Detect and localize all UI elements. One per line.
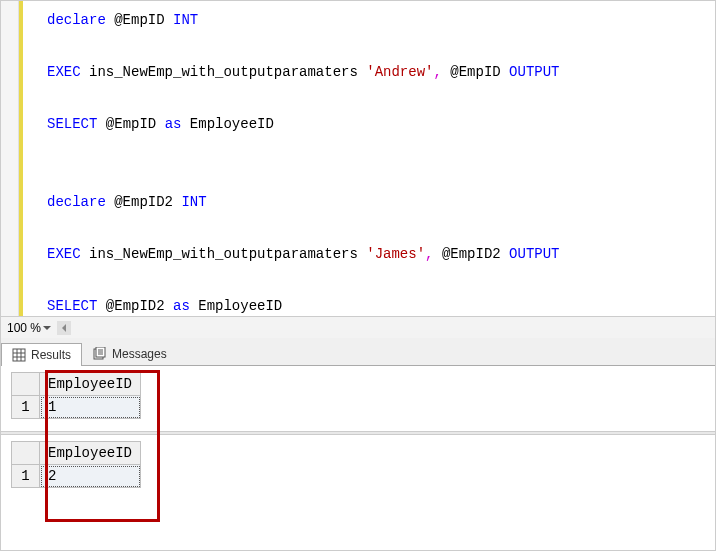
- grid-corner[interactable]: [12, 373, 40, 396]
- svg-rect-0: [13, 349, 25, 361]
- chevron-down-icon: [43, 326, 51, 330]
- messages-icon: [93, 347, 107, 361]
- scroll-left-button[interactable]: [57, 321, 71, 335]
- cell[interactable]: 1: [40, 396, 141, 419]
- grid-separator: [1, 431, 715, 435]
- grid-corner[interactable]: [12, 442, 40, 465]
- cell[interactable]: 2: [40, 465, 141, 488]
- result-grid-1: EmployeeID 1 1: [11, 372, 141, 419]
- table-row: 1 2: [12, 465, 141, 488]
- tab-messages[interactable]: Messages: [82, 342, 178, 365]
- row-header[interactable]: 1: [12, 465, 40, 488]
- result-grid-2: EmployeeID 1 2: [11, 441, 141, 488]
- zoom-bar: 100 %: [1, 316, 715, 338]
- grid-icon: [12, 348, 26, 362]
- zoom-level: 100 %: [7, 321, 41, 335]
- row-header[interactable]: 1: [12, 396, 40, 419]
- column-header[interactable]: EmployeeID: [40, 373, 141, 396]
- editor-gutter: [1, 1, 19, 316]
- tab-results[interactable]: Results: [1, 343, 82, 366]
- results-tabs: Results Messages: [1, 338, 715, 366]
- sql-editor: declare @EmpID INT EXEC ins_NewEmp_with_…: [1, 1, 715, 316]
- tab-results-label: Results: [31, 348, 71, 362]
- tab-messages-label: Messages: [112, 347, 167, 361]
- results-panel: EmployeeID 1 1 EmployeeID 1 2: [1, 366, 715, 488]
- code-area[interactable]: declare @EmpID INT EXEC ins_NewEmp_with_…: [23, 1, 715, 316]
- zoom-dropdown[interactable]: 100 %: [5, 321, 53, 335]
- column-header[interactable]: EmployeeID: [40, 442, 141, 465]
- table-row: 1 1: [12, 396, 141, 419]
